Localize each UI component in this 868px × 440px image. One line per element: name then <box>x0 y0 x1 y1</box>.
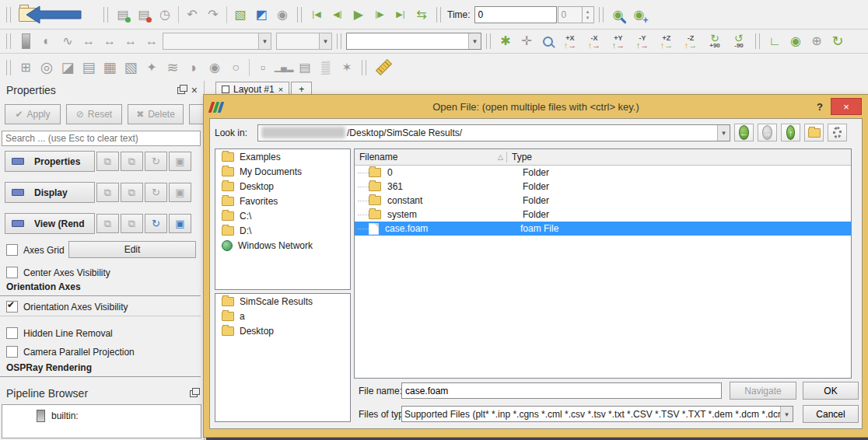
pick-center-button[interactable]: ⊕ <box>807 31 827 51</box>
dropdown-icon[interactable]: ▾ <box>780 407 793 421</box>
calculator-filter-button[interactable]: ⊞ <box>16 58 36 78</box>
toolbar-grip[interactable] <box>6 60 11 75</box>
file-row-system[interactable]: system Folder <box>355 208 851 222</box>
toolbar-grip[interactable] <box>6 7 11 23</box>
view-minus-x-button[interactable]: -X ↑→ <box>583 31 606 51</box>
search-input[interactable] <box>2 131 201 146</box>
files-of-type-combobox[interactable]: Supported Files (plt* *.inp *.cgns *.cml… <box>401 406 793 422</box>
checkbox-icon[interactable] <box>6 346 18 358</box>
copy-view-button[interactable]: ⧉ <box>96 214 119 233</box>
checkbox-icon[interactable] <box>6 244 18 256</box>
histogram-button[interactable]: ▁▄▂ <box>274 58 294 78</box>
color-palette-button[interactable]: ◉ <box>272 5 292 25</box>
undo-button[interactable]: ↶ <box>182 5 202 25</box>
ruler-button[interactable] <box>371 58 396 78</box>
dropdown-icon[interactable]: ▾ <box>468 33 481 49</box>
last-frame-button[interactable]: ▶| <box>390 5 411 25</box>
rescale-data-range-button[interactable]: ↔ <box>79 31 99 51</box>
forward-button[interactable]: → <box>758 124 777 141</box>
file-row-case-foam[interactable]: case.foam foam File <box>355 222 851 236</box>
show-center-rotation-button[interactable]: ◉ <box>786 31 806 51</box>
hidden-line-removal-checkbox[interactable]: Hidden Line Removal <box>6 327 113 339</box>
rotate-90-ccw-button[interactable]: ↻ -90 <box>727 31 751 51</box>
float-panel-icon[interactable] <box>190 390 198 397</box>
disconnect-server-button[interactable]: ▤ <box>134 5 154 25</box>
section-properties-button[interactable]: Properties <box>5 151 95 172</box>
toolbar-grip[interactable] <box>337 33 341 49</box>
spreadsheet-view-button[interactable]: ▫ <box>253 58 273 78</box>
toolbar-grip[interactable] <box>436 7 441 23</box>
place-c-drive[interactable]: C:\ <box>215 208 350 223</box>
spin-down-icon[interactable]: ▾ <box>586 15 590 21</box>
reset-range-button[interactable]: ∿ <box>58 31 78 51</box>
reset-button[interactable]: ⊘ Reset <box>66 104 122 124</box>
color-map-button[interactable] <box>16 31 36 51</box>
recent-a[interactable]: a <box>215 309 350 323</box>
spin-up-icon[interactable]: ▴ <box>586 9 590 15</box>
close-panel-icon[interactable]: × <box>191 84 198 96</box>
component-combobox[interactable]: ▾ <box>276 33 332 50</box>
previous-frame-button[interactable]: ◀| <box>327 5 348 25</box>
spinner-arrows[interactable]: ▴ ▾ <box>582 7 593 23</box>
axes-grid-checkbox[interactable]: Axes Grid <box>6 244 65 256</box>
extract-subset-button[interactable]: ▧ <box>121 58 141 78</box>
navigate-button[interactable]: Navigate <box>730 382 796 400</box>
camera-link-add-button[interactable]: ◉ + <box>629 5 649 25</box>
warp-filter-button[interactable]: ◗ <box>184 58 204 78</box>
up-directory-button[interactable]: ↑ <box>781 124 800 141</box>
toolbar-grip[interactable] <box>486 33 491 49</box>
reset-defaults-button[interactable]: ↻ <box>145 152 167 171</box>
reset-view-button[interactable]: ↻ <box>145 214 167 233</box>
toolbar-grip[interactable] <box>6 33 11 49</box>
view-plus-y-button[interactable]: +Y ↑→ <box>607 31 630 51</box>
rotate-90-cw-button[interactable]: ↻ +90 <box>703 31 726 51</box>
paste-display-button[interactable]: ⧉ <box>121 183 143 202</box>
orientation-axes-visibility-checkbox[interactable]: Orientation Axes Visibility <box>6 301 128 313</box>
dialog-help-button[interactable]: ? <box>809 101 831 113</box>
checkbox-icon[interactable] <box>6 327 18 339</box>
select-block-button[interactable]: ◩ <box>251 5 271 25</box>
dialog-titlebar[interactable]: Open File: (open multiple files with <ct… <box>204 95 868 118</box>
loop-button[interactable]: ⇆ <box>411 5 432 25</box>
create-folder-button[interactable] <box>804 124 824 141</box>
threshold-filter-button[interactable]: ▦ <box>100 58 120 78</box>
copy-display-button[interactable]: ⧉ <box>96 183 119 202</box>
connect-server-button[interactable]: ▤ <box>113 5 133 25</box>
toolbar-grip[interactable] <box>297 7 302 23</box>
column-type[interactable]: Type <box>507 152 532 162</box>
dropdown-icon[interactable]: ▾ <box>258 33 271 49</box>
file-row-361[interactable]: 361 Folder <box>355 180 851 194</box>
next-frame-button[interactable]: |▶ <box>369 5 390 25</box>
clip-filter-button[interactable]: ◪ <box>58 58 78 78</box>
color-by-combobox[interactable]: ▾ <box>163 33 271 50</box>
recent-simscale-results[interactable]: SimScale Results <box>215 294 350 309</box>
toolbar-grip[interactable] <box>103 7 108 23</box>
file-row-constant[interactable]: constant Folder <box>355 194 851 208</box>
show-orientation-axes-button[interactable]: ∟ <box>765 31 785 51</box>
delete-button[interactable]: ✖ Delete <box>128 104 184 124</box>
dialog-close-button[interactable]: × <box>831 98 862 115</box>
play-button[interactable]: ▶ <box>348 5 369 25</box>
rescale-visible-button[interactable]: ↔ <box>142 31 162 51</box>
extract-block-button[interactable]: ○ <box>226 58 246 78</box>
representation-combobox[interactable]: ▾ <box>346 33 481 50</box>
checkbox-icon[interactable] <box>6 267 18 278</box>
file-row-0[interactable]: 0 Folder <box>355 166 851 180</box>
view-plus-x-button[interactable]: +X ↑→ <box>558 31 582 51</box>
close-tab-icon[interactable]: × <box>278 85 283 94</box>
contour-filter-button[interactable]: ◎ <box>37 58 57 78</box>
edit-colormap-button[interactable]: ◐ <box>37 31 57 51</box>
first-frame-button[interactable]: |◀ <box>306 5 327 25</box>
slice-filter-button[interactable]: ▤ <box>79 58 99 78</box>
toolbar-grip[interactable] <box>755 33 760 49</box>
view-plus-z-button[interactable]: +Z ↑→ <box>655 31 678 51</box>
zoom-to-box-button[interactable] <box>537 31 558 51</box>
reset-camera-button[interactable]: ✱ <box>495 31 516 51</box>
place-examples[interactable]: Examples <box>215 149 350 164</box>
camera-adjust-button[interactable]: ◉ <box>608 5 628 25</box>
section-display-button[interactable]: Display <box>5 182 95 203</box>
view-minus-y-button[interactable]: -Y ↑→ <box>631 31 654 51</box>
look-in-combobox[interactable]: /Desktop/SimScale Results/ ▾ <box>257 124 730 141</box>
stream-tracer-button[interactable]: ≋ <box>163 58 183 78</box>
cancel-button[interactable]: Cancel <box>803 405 859 423</box>
